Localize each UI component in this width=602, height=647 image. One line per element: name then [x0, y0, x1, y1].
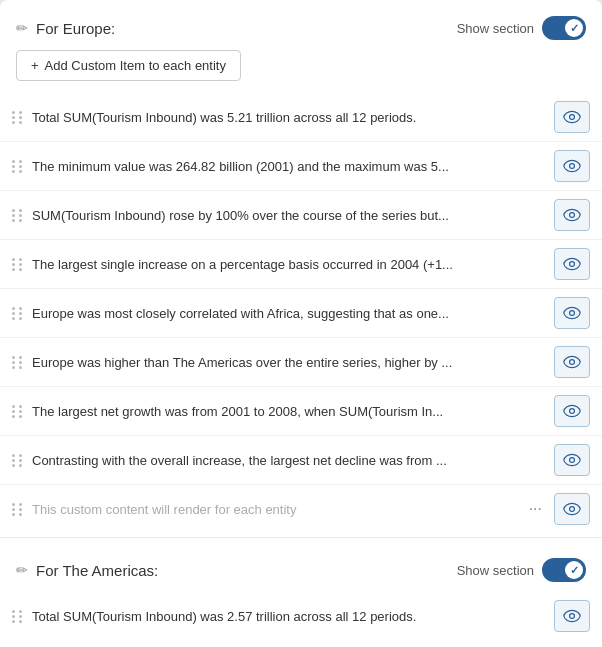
table-row: The largest single increase on a percent…	[0, 240, 602, 289]
pencil-icon: ✏	[16, 562, 28, 578]
table-row: The largest net growth was from 2001 to …	[0, 387, 602, 436]
americas-item-list: Total SUM(Tourism Inbound) was 2.57 tril…	[0, 592, 602, 640]
europe-show-section-label: Show section	[457, 21, 534, 36]
europe-toggle-knob: ✓	[565, 19, 583, 37]
drag-handle-icon[interactable]	[12, 160, 24, 173]
item-options-button[interactable]: ···	[525, 498, 546, 520]
eye-icon	[563, 502, 581, 516]
europe-check-icon: ✓	[570, 22, 579, 35]
item-text: Total SUM(Tourism Inbound) was 2.57 tril…	[32, 609, 546, 624]
europe-toggle-track: ✓	[542, 16, 586, 40]
item-text: Europe was most closely correlated with …	[32, 306, 546, 321]
europe-toggle[interactable]: ✓	[542, 16, 586, 40]
svg-point-5	[570, 360, 575, 365]
drag-handle-icon[interactable]	[12, 307, 24, 320]
eye-icon	[563, 110, 581, 124]
americas-toggle[interactable]: ✓	[542, 558, 586, 582]
item-text: SUM(Tourism Inbound) rose by 100% over t…	[32, 208, 546, 223]
europe-section-title: ✏ For Europe:	[16, 20, 115, 37]
eye-icon	[563, 453, 581, 467]
europe-add-btn-label: Add Custom Item to each entity	[45, 58, 226, 73]
americas-check-icon: ✓	[570, 564, 579, 577]
custom-item-placeholder-text[interactable]: This custom content will render for each…	[32, 502, 517, 517]
plus-icon: +	[31, 58, 39, 73]
modal-container: ✏ For Europe: Show section ✓ +	[0, 0, 602, 647]
table-row: This custom content will render for each…	[0, 485, 602, 533]
visibility-toggle-button[interactable]	[554, 600, 590, 632]
drag-handle-icon[interactable]	[12, 503, 24, 516]
visibility-toggle-button[interactable]	[554, 150, 590, 182]
item-text: The minimum value was 264.82 billion (20…	[32, 159, 546, 174]
svg-point-8	[570, 507, 575, 512]
svg-point-2	[570, 213, 575, 218]
svg-point-7	[570, 458, 575, 463]
visibility-toggle-button[interactable]	[554, 493, 590, 525]
drag-handle-icon[interactable]	[12, 610, 24, 623]
europe-section: ✏ For Europe: Show section ✓ +	[0, 0, 602, 533]
visibility-toggle-button[interactable]	[554, 101, 590, 133]
europe-add-custom-button[interactable]: + Add Custom Item to each entity	[16, 50, 241, 81]
visibility-toggle-button[interactable]	[554, 395, 590, 427]
eye-icon	[563, 609, 581, 623]
americas-toggle-track: ✓	[542, 558, 586, 582]
table-row: Europe was higher than The Americas over…	[0, 338, 602, 387]
americas-show-section-label: Show section	[457, 563, 534, 578]
item-text: Total SUM(Tourism Inbound) was 5.21 tril…	[32, 110, 546, 125]
europe-show-section-area: Show section ✓	[457, 16, 586, 40]
table-row: Total SUM(Tourism Inbound) was 2.57 tril…	[0, 592, 602, 640]
eye-icon	[563, 159, 581, 173]
item-text: Contrasting with the overall increase, t…	[32, 453, 546, 468]
item-text: The largest net growth was from 2001 to …	[32, 404, 546, 419]
visibility-toggle-button[interactable]	[554, 444, 590, 476]
section-divider	[0, 537, 602, 538]
eye-icon	[563, 404, 581, 418]
eye-icon	[563, 306, 581, 320]
americas-title-text: For The Americas:	[36, 562, 158, 579]
svg-point-9	[570, 614, 575, 619]
drag-handle-icon[interactable]	[12, 258, 24, 271]
americas-toggle-knob: ✓	[565, 561, 583, 579]
europe-section-header: ✏ For Europe: Show section ✓	[0, 0, 602, 50]
europe-item-list: Total SUM(Tourism Inbound) was 5.21 tril…	[0, 93, 602, 533]
svg-point-0	[570, 115, 575, 120]
americas-section-title: ✏ For The Americas:	[16, 562, 158, 579]
table-row: Europe was most closely correlated with …	[0, 289, 602, 338]
visibility-toggle-button[interactable]	[554, 297, 590, 329]
modal-body: ✏ For Europe: Show section ✓ +	[0, 0, 602, 647]
item-text: The largest single increase on a percent…	[32, 257, 546, 272]
pencil-icon: ✏	[16, 20, 28, 36]
europe-title-text: For Europe:	[36, 20, 115, 37]
table-row: SUM(Tourism Inbound) rose by 100% over t…	[0, 191, 602, 240]
svg-point-3	[570, 262, 575, 267]
item-text: Europe was higher than The Americas over…	[32, 355, 546, 370]
svg-point-1	[570, 164, 575, 169]
americas-section-header: ✏ For The Americas: Show section ✓	[0, 542, 602, 592]
drag-handle-icon[interactable]	[12, 356, 24, 369]
table-row: Contrasting with the overall increase, t…	[0, 436, 602, 485]
svg-point-4	[570, 311, 575, 316]
drag-handle-icon[interactable]	[12, 209, 24, 222]
drag-handle-icon[interactable]	[12, 454, 24, 467]
svg-point-6	[570, 409, 575, 414]
americas-section: ✏ For The Americas: Show section ✓	[0, 542, 602, 640]
table-row: Total SUM(Tourism Inbound) was 5.21 tril…	[0, 93, 602, 142]
table-row: The minimum value was 264.82 billion (20…	[0, 142, 602, 191]
eye-icon	[563, 208, 581, 222]
americas-show-section-area: Show section ✓	[457, 558, 586, 582]
visibility-toggle-button[interactable]	[554, 199, 590, 231]
eye-icon	[563, 257, 581, 271]
eye-icon	[563, 355, 581, 369]
visibility-toggle-button[interactable]	[554, 346, 590, 378]
drag-handle-icon[interactable]	[12, 405, 24, 418]
drag-handle-icon[interactable]	[12, 111, 24, 124]
visibility-toggle-button[interactable]	[554, 248, 590, 280]
